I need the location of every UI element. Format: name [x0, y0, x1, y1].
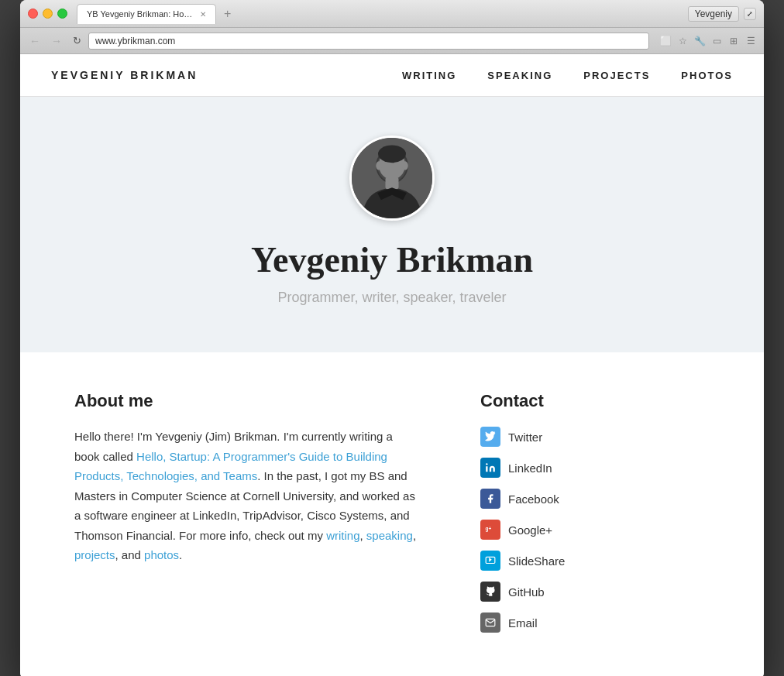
slideshare-label: SlideShare: [508, 554, 565, 568]
main-content: About me Hello there! I'm Yevgeniy (Jim)…: [43, 352, 741, 676]
nav-writing[interactable]: WRITING: [402, 70, 456, 81]
facebook-label: Facebook: [508, 492, 559, 506]
url-bar[interactable]: www.ybrikman.com: [88, 33, 649, 50]
contact-email[interactable]: Email: [480, 613, 710, 633]
end-text: .: [179, 548, 182, 561]
googleplus-icon: g+: [480, 520, 500, 540]
writing-link[interactable]: writing: [326, 529, 359, 542]
nav-speaking[interactable]: SPEAKING: [487, 70, 552, 81]
apps-icon[interactable]: ⊞: [727, 34, 741, 48]
about-section: About me Hello there! I'm Yevgeniy (Jim)…: [74, 391, 418, 633]
svg-point-4: [378, 145, 406, 163]
tab-close-icon[interactable]: ✕: [200, 10, 206, 19]
website: YEVGENIY BRIKMAN WRITING SPEAKING PROJEC…: [20, 54, 764, 676]
tab-bar: YB Yevgeniy Brikman: Home ✕ +: [77, 4, 688, 24]
googleplus-label: Google+: [508, 523, 552, 537]
linkedin-label: LinkedIn: [508, 462, 552, 475]
twitter-label: Twitter: [508, 431, 542, 444]
window-controls: Yevgeniy ⤢: [688, 6, 756, 22]
contact-section: Contact Twitter LinkedIn: [480, 391, 710, 633]
speaking-link[interactable]: speaking: [366, 529, 413, 542]
svg-point-5: [376, 161, 382, 170]
cast-icon[interactable]: ▭: [710, 34, 724, 48]
hero-section: Yevgeniy Brikman Programmer, writer, spe…: [20, 97, 764, 352]
resize-button[interactable]: ⤢: [744, 8, 756, 20]
photos-link[interactable]: photos: [144, 548, 179, 561]
contact-facebook[interactable]: Facebook: [480, 489, 710, 509]
twitter-icon: [480, 427, 500, 447]
new-tab-button[interactable]: +: [219, 5, 236, 22]
svg-point-6: [402, 161, 408, 170]
browser-window: YB Yevgeniy Brikman: Home ✕ + Yevgeniy ⤢…: [20, 0, 764, 676]
contact-github[interactable]: GitHub: [480, 582, 710, 602]
about-title: About me: [74, 391, 418, 411]
svg-text:g+: g+: [486, 526, 492, 532]
browser-tab[interactable]: YB Yevgeniy Brikman: Home ✕: [77, 4, 216, 24]
tools-icon[interactable]: 🔧: [693, 34, 707, 48]
nav-links: WRITING SPEAKING PROJECTS PHOTOS: [402, 70, 733, 81]
avatar: [349, 136, 435, 221]
github-icon: [480, 582, 500, 602]
contact-twitter[interactable]: Twitter: [480, 427, 710, 447]
linkedin-icon: [480, 458, 500, 478]
slideshare-icon: [480, 551, 500, 571]
traffic-lights: [28, 9, 67, 19]
site-logo[interactable]: YEVGENIY BRIKMAN: [51, 69, 198, 81]
projects-link[interactable]: projects: [74, 548, 115, 561]
profile-button[interactable]: Yevgeniy: [688, 6, 739, 22]
contact-slideshare[interactable]: SlideShare: [480, 551, 710, 571]
back-button[interactable]: ←: [26, 33, 43, 50]
about-text: Hello there! I'm Yevgeniy (Jim) Brikman.…: [74, 427, 418, 565]
svg-point-8: [486, 463, 487, 465]
contact-linkedin[interactable]: LinkedIn: [480, 458, 710, 478]
menu-icon[interactable]: ☰: [744, 34, 758, 48]
title-bar: YB Yevgeniy Brikman: Home ✕ + Yevgeniy ⤢: [20, 0, 764, 28]
close-button[interactable]: [28, 9, 38, 19]
url-text: www.ybrikman.com: [95, 36, 175, 46]
tab-title: YB Yevgeniy Brikman: Home: [87, 9, 195, 19]
hero-name: Yevgeniy Brikman: [36, 239, 748, 280]
site-nav: YEVGENIY BRIKMAN WRITING SPEAKING PROJEC…: [20, 54, 764, 97]
nav-projects[interactable]: PROJECTS: [583, 70, 650, 81]
and-text: , and: [115, 548, 145, 561]
address-bar: ← → ↻ www.ybrikman.com ⬜ ☆ 🔧 ▭ ⊞ ☰: [20, 28, 764, 54]
facebook-icon: [480, 489, 500, 509]
forward-button[interactable]: →: [48, 33, 65, 50]
svg-rect-7: [385, 177, 398, 189]
contact-title: Contact: [480, 391, 710, 411]
url-icons: ⬜ ☆ 🔧 ▭ ⊞ ☰: [658, 34, 758, 48]
minimize-button[interactable]: [43, 9, 53, 19]
maximize-button[interactable]: [57, 9, 67, 19]
github-label: GitHub: [508, 585, 545, 599]
refresh-button[interactable]: ↻: [70, 34, 84, 48]
page-icon[interactable]: ⬜: [658, 34, 672, 48]
contact-googleplus[interactable]: g+ Google+: [480, 520, 710, 540]
hero-tagline: Programmer, writer, speaker, traveler: [36, 290, 748, 306]
email-label: Email: [508, 616, 538, 630]
nav-photos[interactable]: PHOTOS: [681, 70, 733, 81]
bookmark-icon[interactable]: ☆: [676, 34, 689, 48]
email-icon: [480, 613, 500, 633]
contact-list: Twitter LinkedIn Facebook: [480, 427, 710, 633]
